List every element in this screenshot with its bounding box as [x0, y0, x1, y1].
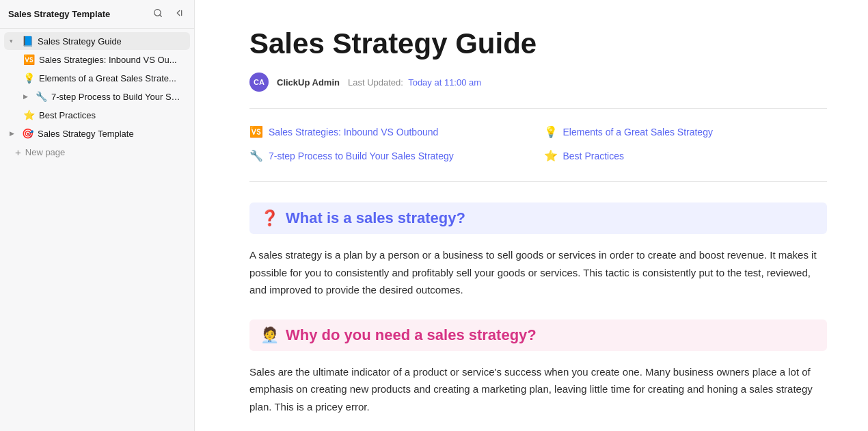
toc-label: Sales Strategies: Inbound VS Outbound [269, 127, 438, 138]
section-heading-text-2: Why do you need a sales strategy? [286, 326, 537, 344]
nav-emoji: 📘 [22, 36, 33, 47]
sidebar: Sales Strategy Template ▾ 📘 Sales Strate… [0, 0, 195, 431]
toc-emoji: 🔧 [249, 149, 263, 162]
sidebar-item-label: Sales Strategy Guide [38, 36, 183, 47]
sidebar-header: Sales Strategy Template [0, 0, 194, 29]
sidebar-item-7step[interactable]: ▶ 🔧 7-step Process to Build Your Sal... [4, 88, 190, 105]
section-heading-text: What is a sales strategy? [286, 209, 465, 227]
search-button[interactable] [150, 7, 165, 21]
collapse-sidebar-button[interactable] [171, 7, 186, 21]
toc-emoji: 💡 [544, 125, 558, 138]
sidebar-item-inbound-outbound[interactable]: 🆚 Sales Strategies: Inbound VS Ou... [4, 51, 190, 68]
new-page-button[interactable]: + New page [4, 143, 190, 161]
toc-label: Best Practices [563, 151, 624, 161]
sidebar-item-label: Best Practices [39, 110, 183, 120]
last-updated: Last Updated: Today at 11:00 am [348, 77, 481, 88]
nav-emoji: ⭐ [23, 109, 35, 120]
toc-emoji: 🆚 [249, 125, 263, 138]
section-body-what-is: A sales strategy is a plan by a person o… [249, 246, 827, 299]
section-body-why-need: Sales are the ultimate indicator of a pr… [249, 363, 827, 416]
chevron-icon: ▶ [10, 130, 18, 137]
section-heading-why-need: 🧑‍💼 Why do you need a sales strategy? [249, 319, 827, 351]
nav-emoji: 🔧 [36, 91, 47, 102]
toc-link-inbound[interactable]: 🆚 Sales Strategies: Inbound VS Outbound [249, 122, 533, 141]
toc-link-7step[interactable]: 🔧 7-step Process to Build Your Sales Str… [249, 146, 533, 165]
section-emoji-2: 🧑‍💼 [260, 326, 279, 344]
chevron-icon: ▶ [23, 93, 31, 100]
last-updated-value: Today at 11:00 am [408, 77, 481, 88]
toc-label: 7-step Process to Build Your Sales Strat… [269, 151, 454, 161]
sidebar-nav: ▾ 📘 Sales Strategy Guide 🆚 Sales Strateg… [0, 29, 194, 431]
sidebar-item-label: Sales Strategies: Inbound VS Ou... [39, 55, 183, 65]
sidebar-item-elements[interactable]: 💡 Elements of a Great Sales Strate... [4, 69, 190, 87]
section-heading-what-is: ❓ What is a sales strategy? [249, 203, 827, 234]
sidebar-item-label: Elements of a Great Sales Strate... [39, 73, 183, 83]
nav-emoji: 🆚 [23, 54, 35, 65]
sidebar-icon-group [150, 7, 186, 21]
sidebar-item-label: 7-step Process to Build Your Sal... [51, 92, 183, 102]
author-name: ClickUp Admin [277, 77, 340, 88]
svg-line-1 [160, 15, 162, 17]
toc-emoji: ⭐ [544, 149, 558, 162]
separator-2 [249, 181, 827, 182]
sidebar-item-sales-strategy-template[interactable]: ▶ 🎯 Sales Strategy Template [4, 125, 190, 142]
sidebar-title: Sales Strategy Template [8, 9, 110, 19]
page-title: Sales Strategy Guide [249, 27, 827, 60]
toc-label: Elements of a Great Sales Strategy [563, 127, 713, 138]
toc-grid: 🆚 Sales Strategies: Inbound VS Outbound … [249, 122, 827, 165]
section-emoji: ❓ [260, 209, 279, 227]
nav-emoji: 💡 [23, 73, 35, 83]
toc-link-elements[interactable]: 💡 Elements of a Great Sales Strategy [544, 122, 828, 141]
toc-link-best-practices[interactable]: ⭐ Best Practices [544, 146, 828, 165]
plus-icon: + [15, 146, 21, 158]
nav-emoji: 🎯 [22, 128, 33, 139]
avatar: CA [249, 73, 269, 92]
separator [249, 108, 827, 109]
sidebar-item-best-practices[interactable]: ⭐ Best Practices [4, 106, 190, 124]
meta-row: CA ClickUp Admin Last Updated: Today at … [249, 73, 827, 92]
main-content: Sales Strategy Guide CA ClickUp Admin La… [195, 0, 868, 431]
sidebar-item-sales-strategy-guide[interactable]: ▾ 📘 Sales Strategy Guide [4, 32, 190, 50]
chevron-icon: ▾ [10, 38, 18, 44]
sidebar-item-label: Sales Strategy Template [38, 129, 183, 139]
new-page-label: New page [25, 147, 66, 157]
